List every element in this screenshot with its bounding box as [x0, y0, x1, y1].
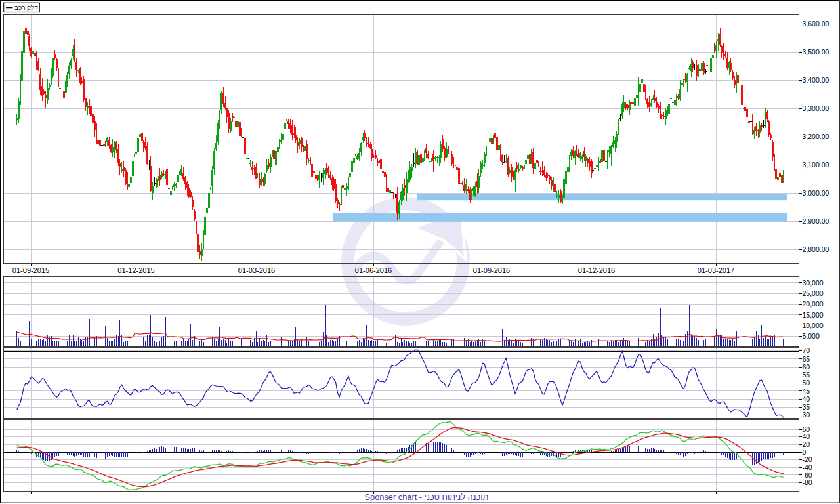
svg-text:דלק רכב: דלק רכב — [14, 4, 38, 11]
svg-text:01-12-2016: 01-12-2016 — [578, 266, 615, 274]
svg-text:-40: -40 — [803, 463, 812, 471]
svg-text:01-03-2017: 01-03-2017 — [698, 266, 734, 274]
svg-text:3,600.00: 3,600.00 — [803, 20, 830, 28]
svg-text:65: 65 — [803, 355, 810, 363]
svg-text:3,500.00: 3,500.00 — [803, 48, 830, 56]
svg-text:50: 50 — [803, 379, 810, 387]
svg-text:-80: -80 — [803, 478, 812, 486]
svg-text:30: 30 — [803, 411, 810, 419]
svg-text:20,000: 20,000 — [803, 300, 824, 308]
svg-text:10,000: 10,000 — [803, 322, 824, 329]
svg-text:40: 40 — [803, 395, 810, 403]
svg-text:30,000: 30,000 — [803, 279, 824, 287]
svg-text:-60: -60 — [803, 471, 812, 479]
svg-text:0: 0 — [803, 448, 807, 456]
svg-text:3,200.00: 3,200.00 — [803, 133, 830, 140]
svg-text:01-06-2016: 01-06-2016 — [355, 266, 392, 274]
svg-text:15,000: 15,000 — [803, 311, 824, 319]
svg-text:2,900.00: 2,900.00 — [803, 217, 830, 225]
svg-text:-20: -20 — [803, 455, 812, 463]
svg-text:Sponser chart - תוכנה לניתוח ט: Sponser chart - תוכנה לניתוח טכני — [365, 492, 489, 502]
svg-text:01-12-2015: 01-12-2015 — [117, 266, 154, 274]
svg-text:40: 40 — [803, 432, 810, 440]
svg-text:20: 20 — [803, 440, 810, 448]
svg-text:70: 70 — [803, 346, 810, 354]
svg-text:01-09-2015: 01-09-2015 — [12, 266, 49, 274]
svg-text:45: 45 — [803, 387, 810, 395]
svg-text:2,800.00: 2,800.00 — [803, 245, 830, 253]
svg-text:3,000.00: 3,000.00 — [803, 189, 830, 197]
svg-text:3,300.00: 3,300.00 — [803, 104, 830, 112]
svg-text:5,000: 5,000 — [803, 332, 820, 340]
svg-text:25,000: 25,000 — [803, 289, 824, 297]
svg-text:35: 35 — [803, 403, 810, 411]
svg-text:60: 60 — [803, 425, 810, 433]
svg-text:55: 55 — [803, 371, 810, 379]
svg-text:01-03-2016: 01-03-2016 — [238, 266, 275, 274]
svg-text:3,100.00: 3,100.00 — [803, 161, 830, 169]
svg-text:3,400.00: 3,400.00 — [803, 76, 830, 84]
svg-text:60: 60 — [803, 363, 810, 371]
svg-text:01-09-2016: 01-09-2016 — [473, 266, 510, 274]
